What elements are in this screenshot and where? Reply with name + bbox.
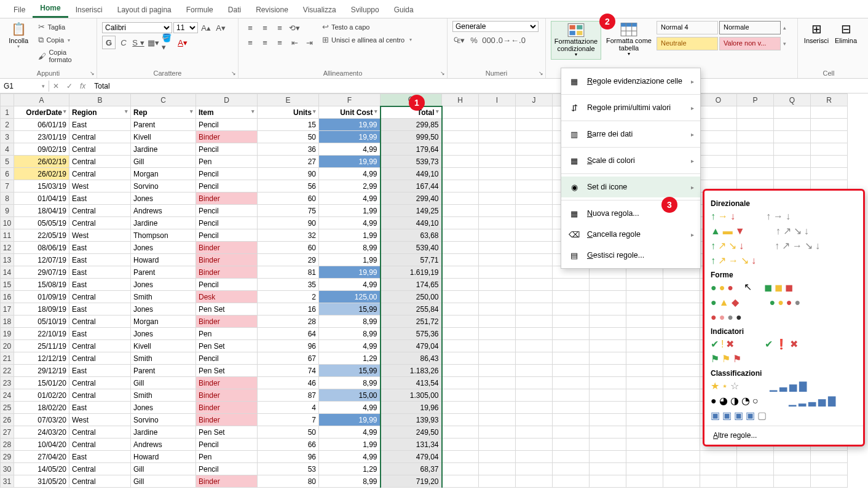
cell[interactable]	[442, 463, 479, 475]
cell[interactable]: 35	[258, 279, 319, 291]
cell[interactable]: Sorvino	[131, 414, 196, 426]
cell[interactable]	[590, 291, 626, 303]
cell[interactable]: Pen Set	[196, 303, 258, 315]
col-header-E[interactable]: E	[258, 94, 319, 106]
cell[interactable]: 299,85	[381, 119, 442, 131]
iconset-4ratings-bars[interactable]: ▁▃▅▇	[770, 381, 807, 391]
cell[interactable]	[479, 414, 516, 426]
cell[interactable]: Pencil	[196, 168, 258, 180]
cell[interactable]: 28	[258, 315, 319, 328]
cell[interactable]: 15,99	[319, 303, 381, 315]
cell[interactable]	[663, 365, 700, 377]
cell[interactable]: 25/11/19	[14, 340, 69, 352]
cell[interactable]	[663, 389, 700, 402]
cell[interactable]: 19,96	[381, 402, 442, 414]
cell[interactable]: 999,50	[381, 131, 442, 143]
cell[interactable]: Jardine	[131, 143, 196, 156]
cell[interactable]: Desk	[196, 291, 258, 303]
cell[interactable]	[553, 352, 590, 365]
cell[interactable]	[516, 328, 553, 340]
cell[interactable]: Pencil	[196, 119, 258, 131]
row-header-28[interactable]: 28	[1, 438, 14, 451]
menu-manage-rules[interactable]: ▤ Gestisci regole...	[561, 245, 700, 266]
cell[interactable]	[442, 229, 479, 242]
cell[interactable]	[590, 426, 626, 438]
cell[interactable]	[626, 451, 663, 463]
cell[interactable]: 8,99	[319, 328, 381, 340]
cell[interactable]: West	[69, 180, 131, 192]
cell[interactable]	[626, 328, 663, 340]
cell[interactable]: 05/05/19	[14, 217, 69, 229]
iconset-3trafficlights[interactable]: ●●●	[711, 283, 733, 293]
cell[interactable]	[553, 426, 590, 438]
cell[interactable]	[700, 106, 737, 119]
cell[interactable]	[811, 131, 848, 143]
cell[interactable]	[553, 315, 590, 328]
cell[interactable]	[479, 168, 516, 180]
cell[interactable]: 539,73	[381, 156, 442, 168]
cell[interactable]	[663, 402, 700, 414]
cell[interactable]: 01/02/20	[14, 389, 69, 402]
cell[interactable]	[553, 475, 590, 488]
cell[interactable]: East	[69, 279, 131, 291]
row-header-26[interactable]: 26	[1, 414, 14, 426]
cell[interactable]: 179,64	[381, 143, 442, 156]
cell[interactable]: 60	[258, 242, 319, 254]
name-box[interactable]: G1▾	[0, 81, 49, 92]
cell[interactable]: Pencil	[196, 180, 258, 192]
cell[interactable]	[700, 475, 737, 488]
cell[interactable]	[442, 192, 479, 205]
cell[interactable]	[516, 426, 553, 438]
cell[interactable]: 8,99	[319, 242, 381, 254]
cell[interactable]	[442, 217, 479, 229]
cell[interactable]	[811, 451, 848, 463]
cell[interactable]	[663, 328, 700, 340]
row-header-12[interactable]: 12	[1, 242, 14, 254]
percent-icon[interactable]: %	[467, 33, 481, 47]
cell[interactable]: 80	[258, 475, 319, 488]
bold-button[interactable]: G	[102, 36, 116, 49]
cell[interactable]: 4,99	[319, 426, 381, 438]
cell[interactable]	[553, 291, 590, 303]
cell[interactable]	[590, 414, 626, 426]
cell[interactable]	[479, 315, 516, 328]
row-header-14[interactable]: 14	[1, 266, 14, 279]
decrease-decimal-icon[interactable]: ←.0	[511, 33, 525, 47]
row-header-30[interactable]: 30	[1, 463, 14, 475]
cell[interactable]: 19,99	[319, 131, 381, 143]
cell[interactable]: Pencil	[196, 143, 258, 156]
cell[interactable]	[553, 389, 590, 402]
cell[interactable]: 249,50	[381, 426, 442, 438]
enter-icon[interactable]: ✓	[63, 82, 76, 90]
cell[interactable]	[479, 279, 516, 291]
row-header-9[interactable]: 9	[1, 205, 14, 217]
row-header-18[interactable]: 18	[1, 315, 14, 328]
iconset-5quarters[interactable]: ●◕◑◔○	[711, 396, 758, 406]
cell[interactable]	[479, 365, 516, 377]
cell[interactable]	[442, 131, 479, 143]
cell[interactable]: 1,99	[319, 229, 381, 242]
cell[interactable]: 46	[258, 377, 319, 389]
cell[interactable]: 15,00	[319, 389, 381, 402]
cell[interactable]	[590, 475, 626, 488]
cell[interactable]	[626, 377, 663, 389]
wrap-text-button[interactable]: ↩Testo a capo	[320, 21, 414, 33]
currency-icon[interactable]: ₠▾	[452, 33, 466, 47]
outdent-icon[interactable]: ⇤	[288, 36, 301, 49]
cell[interactable]: 31/05/20	[14, 475, 69, 488]
cell[interactable]: 4,99	[319, 143, 381, 156]
cell[interactable]	[553, 365, 590, 377]
cell[interactable]: 67	[258, 352, 319, 365]
cell[interactable]: 22/05/19	[14, 229, 69, 242]
iconset-3flags[interactable]: ⚑⚑⚑	[711, 354, 741, 364]
cell[interactable]: 167,44	[381, 180, 442, 192]
iconset-3signs[interactable]: ●▲◆	[711, 298, 739, 308]
cell[interactable]	[663, 279, 700, 291]
cell[interactable]	[479, 291, 516, 303]
cell[interactable]	[516, 156, 553, 168]
cell[interactable]	[553, 402, 590, 414]
cell[interactable]	[516, 266, 553, 279]
cell[interactable]	[590, 438, 626, 451]
cell[interactable]	[479, 389, 516, 402]
cell[interactable]: 719,20	[381, 475, 442, 488]
